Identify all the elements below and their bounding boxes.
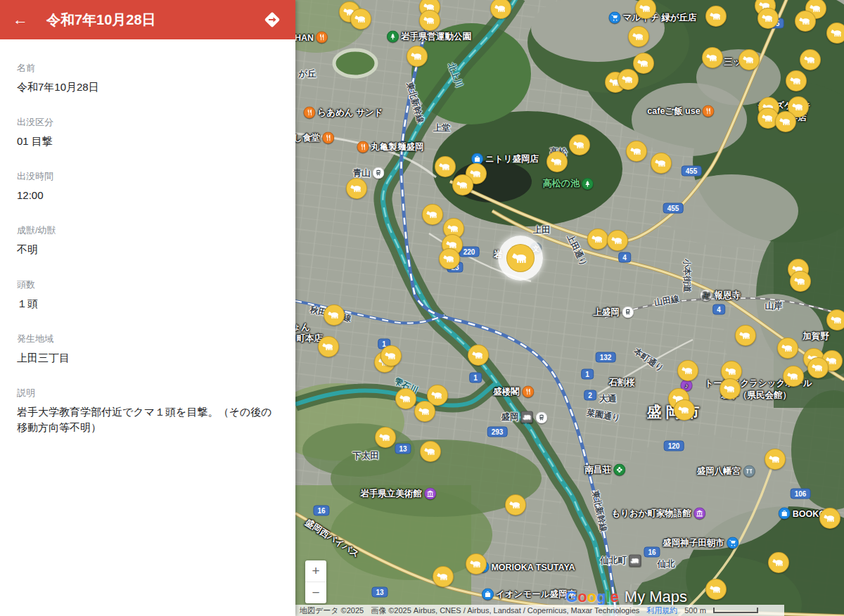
terms-link[interactable]: 利用規約 bbox=[646, 605, 677, 616]
bear-marker[interactable] bbox=[651, 153, 672, 174]
bear-icon bbox=[506, 244, 535, 272]
map-label-text: ニトリ盛岡店 bbox=[485, 153, 539, 165]
bear-marker[interactable] bbox=[626, 141, 647, 162]
map-canvas[interactable]: 4554554552202344132111229312016161313106… bbox=[295, 0, 844, 616]
bear-marker[interactable] bbox=[786, 70, 807, 91]
map-label-text: 菜園通り bbox=[586, 406, 621, 424]
bear-marker[interactable] bbox=[757, 8, 779, 29]
back-button[interactable]: ← bbox=[13, 12, 34, 27]
bear-marker[interactable] bbox=[720, 378, 741, 399]
bear-marker[interactable] bbox=[350, 8, 371, 30]
bear-marker[interactable] bbox=[677, 360, 698, 381]
bear-marker[interactable] bbox=[819, 508, 840, 529]
map-label[interactable]: 高松の池 bbox=[543, 177, 594, 190]
bear-marker[interactable] bbox=[795, 11, 816, 32]
bear-marker[interactable] bbox=[826, 309, 844, 331]
bear-marker[interactable] bbox=[318, 336, 339, 357]
map-label[interactable]: 岩手県営運動公園 bbox=[387, 31, 471, 43]
bear-marker[interactable] bbox=[633, 53, 654, 74]
bear-marker[interactable] bbox=[607, 230, 628, 251]
map-label[interactable]: らあめん サンド bbox=[303, 107, 383, 119]
map-label[interactable]: 加賀野 bbox=[803, 331, 829, 342]
detail-fields: 名前令和7年10月28日出没区分01 目撃出没時間12:00成獣/幼獣不明頭数１… bbox=[0, 39, 295, 435]
bear-marker[interactable] bbox=[468, 345, 489, 366]
bear-marker[interactable] bbox=[422, 204, 443, 225]
bear-marker[interactable] bbox=[452, 174, 473, 195]
field-value: 12:00 bbox=[17, 188, 279, 203]
map-label[interactable]: 盛岡八幡宮 bbox=[697, 466, 755, 477]
jr-icon: JR bbox=[521, 411, 533, 423]
map-label: 小本街道 bbox=[681, 259, 693, 293]
scale-text: 500 m bbox=[684, 606, 706, 615]
map-label[interactable]: 上盛岡 bbox=[593, 307, 634, 319]
map-label-text: ょん bbox=[295, 321, 310, 333]
bear-marker[interactable] bbox=[466, 553, 487, 575]
map-label[interactable]: 岩手県立美術館 bbox=[360, 488, 436, 500]
bear-marker[interactable] bbox=[414, 401, 435, 422]
bear-marker[interactable] bbox=[705, 6, 727, 27]
bear-marker[interactable] bbox=[635, 0, 656, 19]
bear-marker[interactable] bbox=[618, 69, 639, 90]
bear-marker[interactable] bbox=[346, 178, 367, 199]
bear-marker[interactable] bbox=[439, 248, 460, 269]
bear-marker[interactable] bbox=[765, 449, 786, 470]
map-label[interactable]: CHAN bbox=[295, 32, 328, 44]
bear-marker[interactable] bbox=[777, 338, 798, 359]
zoom-in-button[interactable]: + bbox=[305, 560, 326, 582]
map-label: が丘 bbox=[298, 68, 316, 80]
bear-marker[interactable] bbox=[587, 229, 608, 250]
bear-marker[interactable] bbox=[768, 552, 789, 573]
bear-marker[interactable] bbox=[546, 151, 568, 172]
bear-marker[interactable] bbox=[324, 304, 345, 326]
map-label[interactable]: 石割桜 bbox=[608, 377, 635, 389]
detail-field: 発生地域上田三丁目 bbox=[17, 333, 279, 366]
bear-marker[interactable] bbox=[775, 111, 796, 132]
bear-marker[interactable] bbox=[505, 494, 526, 515]
bear-marker[interactable] bbox=[674, 399, 695, 421]
map-label: 上田 bbox=[533, 224, 551, 236]
bear-marker[interactable] bbox=[569, 134, 590, 155]
map-label[interactable]: し食堂 bbox=[295, 132, 334, 144]
bear-marker[interactable] bbox=[628, 26, 649, 47]
map-label-text: CHAN bbox=[295, 32, 314, 42]
bear-marker[interactable] bbox=[790, 271, 811, 292]
directions-button[interactable] bbox=[262, 9, 283, 30]
map-label: 菜園通り bbox=[586, 406, 621, 424]
selected-bear-marker[interactable] bbox=[498, 236, 543, 281]
bear-marker[interactable] bbox=[433, 566, 454, 587]
map-label[interactable]: 盛岡神子田朝市 bbox=[663, 537, 738, 549]
map-poi-icon[interactable] bbox=[536, 412, 548, 424]
bear-marker[interactable] bbox=[381, 345, 402, 366]
bear-marker[interactable] bbox=[407, 46, 428, 67]
bear-marker[interactable] bbox=[807, 357, 829, 378]
map-label[interactable]: 盛岡西バイパス bbox=[302, 517, 362, 561]
bear-marker[interactable] bbox=[783, 366, 804, 387]
zoom-out-button[interactable]: − bbox=[305, 582, 326, 603]
bear-marker[interactable] bbox=[420, 441, 441, 462]
map-label: 山岸 bbox=[765, 300, 783, 312]
map-label[interactable]: ニトリ盛岡店 bbox=[471, 153, 539, 165]
bear-marker[interactable] bbox=[490, 0, 511, 19]
bear-marker[interactable] bbox=[375, 427, 396, 448]
bear-marker[interactable] bbox=[395, 388, 416, 409]
bear-marker[interactable] bbox=[419, 10, 440, 31]
field-label: 頭数 bbox=[17, 278, 279, 291]
map-label[interactable]: 卍報恩寺 bbox=[700, 290, 741, 302]
museum-icon bbox=[693, 508, 705, 520]
map-label[interactable]: 盛楼閣 bbox=[493, 386, 534, 398]
bear-marker[interactable] bbox=[702, 47, 723, 68]
bear-marker[interactable] bbox=[705, 579, 727, 600]
map-label[interactable]: もりおか町家物語館 bbox=[611, 508, 705, 520]
bear-marker[interactable] bbox=[435, 156, 456, 177]
map-label[interactable]: 丸亀製麺盛岡 bbox=[357, 141, 424, 153]
bear-marker[interactable] bbox=[826, 23, 844, 44]
map-label[interactable]: 南昌荘 bbox=[584, 464, 625, 476]
google-my-maps-watermark[interactable]: Google My Maps bbox=[565, 588, 687, 606]
bear-marker[interactable] bbox=[735, 325, 756, 346]
map-label[interactable]: イオンモール盛岡南 bbox=[482, 589, 576, 601]
bear-marker[interactable] bbox=[800, 49, 821, 70]
map-label[interactable]: cafeご飯 use bbox=[647, 105, 714, 117]
map-label[interactable]: ょん bbox=[295, 321, 310, 333]
bear-marker[interactable] bbox=[738, 49, 760, 70]
map-label[interactable]: MORIOKA TSUTAYA bbox=[477, 561, 575, 573]
